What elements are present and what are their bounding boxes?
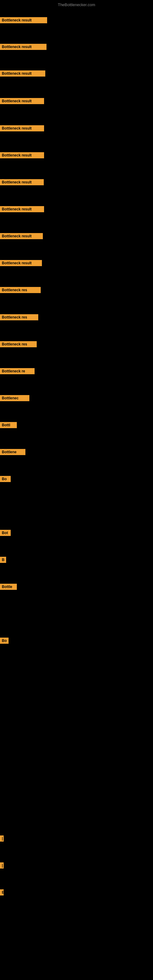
bottleneck-badge-23: | xyxy=(0,835,4,842)
bottleneck-badge-4: Bottleneck result xyxy=(0,98,44,104)
bottleneck-badge-14: Bottleneck re xyxy=(0,368,35,374)
bottleneck-badge-25: E xyxy=(0,889,4,896)
bottleneck-badge-8: Bottleneck result xyxy=(0,206,44,212)
bottleneck-badge-16: Bottl xyxy=(0,422,17,428)
bottleneck-badge-15: Bottlenec xyxy=(0,395,29,401)
site-title: TheBottlenecker.com xyxy=(58,2,95,7)
bottleneck-badge-21: Bottle xyxy=(0,584,17,590)
bottleneck-badge-24: | xyxy=(0,862,4,869)
bottleneck-badge-11: Bottleneck res xyxy=(0,287,41,293)
bottleneck-badge-2: Bottleneck result xyxy=(0,44,46,50)
bottleneck-badge-7: Bottleneck result xyxy=(0,179,44,185)
bottleneck-badge-13: Bottleneck res xyxy=(0,341,37,347)
bottleneck-badge-9: Bottleneck result xyxy=(0,233,43,239)
bottleneck-badge-17: Bottlene xyxy=(0,449,26,455)
bottleneck-badge-6: Bottleneck result xyxy=(0,152,44,158)
bottleneck-badge-22: Bo xyxy=(0,638,9,644)
bottleneck-badge-1: Bottleneck result xyxy=(0,17,47,23)
bottleneck-badge-12: Bottleneck res xyxy=(0,314,38,320)
bottleneck-badge-18: Bo xyxy=(0,476,11,482)
bottleneck-badge-20: B xyxy=(0,557,6,563)
bottleneck-badge-19: Bot xyxy=(0,530,11,536)
bottleneck-badge-3: Bottleneck result xyxy=(0,70,45,76)
bottleneck-badge-5: Bottleneck result xyxy=(0,125,44,131)
bottleneck-badge-10: Bottleneck result xyxy=(0,260,42,266)
